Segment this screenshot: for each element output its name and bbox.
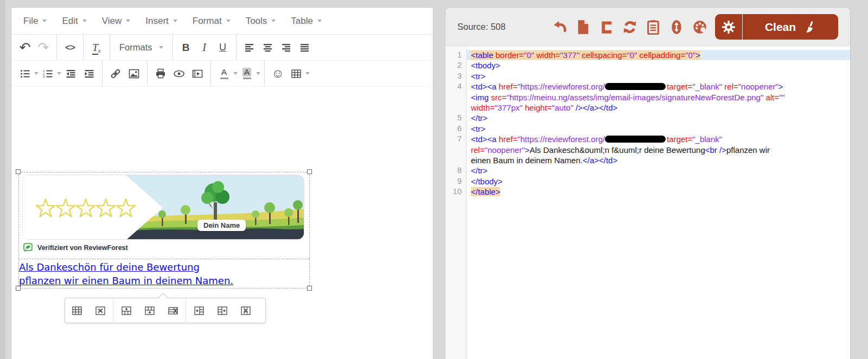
paste-document-button[interactable]	[645, 19, 661, 35]
menu-format-label: Format	[193, 16, 222, 27]
text-color-button[interactable]: A	[215, 63, 233, 84]
code-segment: <tr>	[471, 72, 486, 81]
formats-dropdown[interactable]: Formats	[114, 37, 169, 58]
toolbar-separator	[113, 299, 113, 322]
menu-view[interactable]: View	[94, 8, 138, 34]
source-code-button[interactable]: <>	[61, 37, 79, 58]
delete-column-button[interactable]	[234, 299, 257, 322]
resize-handle-top-left[interactable]	[16, 169, 21, 174]
undo-button[interactable]	[552, 19, 568, 35]
resize-handle-top-right[interactable]	[307, 169, 312, 174]
underline-button[interactable]: U	[214, 37, 232, 58]
chevron-down-icon	[173, 20, 177, 22]
table-cell-divider	[18, 259, 310, 259]
table-button[interactable]	[287, 63, 305, 84]
menu-tools[interactable]: Tools	[238, 8, 284, 34]
outdent-button[interactable]	[61, 63, 80, 84]
justify-icon	[299, 43, 310, 52]
chevron-down-icon[interactable]	[305, 72, 310, 75]
menu-format[interactable]: Format	[185, 8, 238, 34]
formats-label: Formats	[119, 42, 152, 53]
source-code-editor[interactable]: 1<table border="0" width="377" cellspaci…	[445, 47, 850, 359]
chevron-down-icon	[159, 46, 163, 49]
media-icon	[192, 68, 203, 79]
clean-button[interactable]: Clean	[743, 14, 838, 40]
menu-file[interactable]: File	[16, 8, 54, 34]
code-row: 3<tr>	[445, 71, 850, 81]
signature-image[interactable]: Dein Name	[22, 175, 304, 240]
print-button[interactable]	[151, 63, 170, 84]
justify-button[interactable]	[296, 37, 314, 58]
indent-button[interactable]	[80, 63, 98, 84]
scroll-updown-button[interactable]	[668, 19, 685, 35]
code-lines: 1<table border="0" width="377" cellspaci…	[445, 50, 850, 197]
editor-content-area[interactable]: Dein Name Verifiziert von ReviewForest A…	[11, 87, 433, 359]
code-line-text: </tr>	[466, 165, 850, 176]
new-document-button[interactable]	[575, 19, 591, 35]
code-segment: target=	[667, 134, 692, 144]
resize-handle-bottom-right[interactable]	[307, 286, 312, 291]
sync-button[interactable]	[622, 19, 638, 35]
insert-column-before-button[interactable]	[187, 299, 210, 322]
copy-button[interactable]	[598, 19, 615, 35]
line-number: 6	[445, 124, 466, 134]
preview-button[interactable]	[170, 63, 188, 84]
bold-button[interactable]: B	[177, 37, 195, 58]
line-number: 3	[445, 71, 466, 81]
code-line-text: <tr>	[466, 71, 850, 81]
chevron-down-icon[interactable]	[57, 72, 61, 75]
line-number	[445, 145, 466, 155]
clear-formatting-button[interactable]: Tx	[87, 37, 106, 58]
underline-icon: U	[219, 42, 226, 53]
line-number: 1	[445, 50, 466, 60]
toolbar-separator	[102, 61, 103, 86]
insert-media-button[interactable]	[188, 63, 207, 84]
menu-edit-label: Edit	[62, 16, 78, 27]
undo-button[interactable]: ↶	[16, 37, 34, 58]
align-left-button[interactable]	[240, 37, 259, 58]
copy-icon	[599, 20, 614, 35]
align-center-button[interactable]	[259, 37, 277, 58]
menu-insert[interactable]: Insert	[138, 8, 185, 34]
redo-icon: ↷	[38, 41, 49, 54]
insert-image-button[interactable]	[125, 63, 143, 84]
insert-row-before-button[interactable]	[114, 299, 138, 322]
insert-link-button[interactable]	[106, 63, 125, 84]
signature-link-line2[interactable]: pflanzen wir einen Baum in deinem Namen.	[19, 274, 233, 287]
redaction-bar	[605, 83, 666, 90]
chevron-down-icon[interactable]	[233, 72, 238, 75]
chevron-down-icon[interactable]	[34, 72, 39, 75]
table-properties-button[interactable]	[65, 299, 88, 322]
code-segment: "377"	[560, 50, 580, 60]
clear-formatting-icon: Tx	[92, 42, 100, 54]
insert-row-after-button[interactable]	[138, 299, 161, 322]
code-segment: "0"	[627, 50, 637, 60]
gear-icon	[722, 20, 736, 34]
code-segment: alt=	[763, 93, 779, 102]
align-right-button[interactable]	[277, 37, 296, 58]
sync-icon	[622, 20, 637, 35]
menu-edit[interactable]: Edit	[54, 8, 94, 34]
menu-table[interactable]: Table	[283, 8, 329, 34]
code-segment: </a></td>	[583, 156, 617, 165]
print-icon	[155, 68, 166, 79]
insert-column-after-button[interactable]	[210, 299, 234, 322]
code-segment: Als Dankesch&ouml;n f&uuml;r deine Bewer…	[529, 145, 705, 155]
italic-button[interactable]: I	[195, 37, 214, 58]
code-row: 2<tbody>	[445, 60, 850, 70]
palette-button[interactable]	[692, 19, 708, 35]
background-color-button[interactable]: A	[238, 63, 256, 84]
code-segment: "0"	[685, 50, 695, 60]
redo-button[interactable]: ↷	[34, 37, 53, 58]
delete-row-button[interactable]	[161, 299, 184, 322]
emoticons-button[interactable]: ☺	[269, 63, 287, 84]
code-segment: "377px"	[495, 103, 523, 112]
chevron-down-icon[interactable]	[256, 72, 260, 75]
svg-text:3: 3	[43, 75, 45, 78]
toolbar-separator	[83, 35, 84, 60]
signature-link-line1[interactable]: Als Dankeschön für deine Bewertung	[19, 260, 233, 274]
bullet-list-button[interactable]	[16, 63, 34, 84]
settings-gear-button[interactable]	[715, 14, 743, 40]
numbered-list-button[interactable]: 123	[39, 63, 57, 84]
delete-table-button[interactable]	[88, 299, 112, 322]
